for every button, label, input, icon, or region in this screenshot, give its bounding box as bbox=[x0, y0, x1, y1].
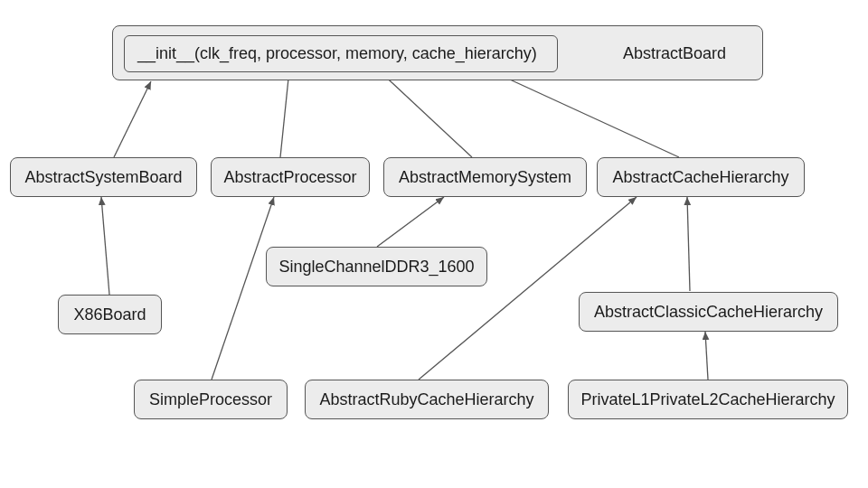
abstract-classic-cache-label: AbstractClassicCacheHierarchy bbox=[594, 303, 823, 322]
svg-line-7 bbox=[687, 197, 690, 291]
abstract-memory-system-node: AbstractMemorySystem bbox=[383, 157, 587, 197]
x86-board-node: X86Board bbox=[58, 295, 162, 334]
abstract-board-text: AbstractBoard bbox=[623, 44, 726, 62]
abstract-classic-cache-node: AbstractClassicCacheHierarchy bbox=[579, 292, 838, 332]
svg-line-8 bbox=[419, 197, 637, 380]
single-channel-ddr3-label: SingleChannelDDR3_1600 bbox=[278, 258, 474, 277]
private-l1-l2-cache-node: PrivateL1PrivateL2CacheHierarchy bbox=[568, 380, 848, 419]
simple-processor-label: SimpleProcessor bbox=[149, 390, 272, 409]
abstract-processor-label: AbstractProcessor bbox=[223, 168, 356, 187]
abstract-memory-system-label: AbstractMemorySystem bbox=[399, 168, 571, 187]
abstract-cache-hierarchy-node: AbstractCacheHierarchy bbox=[597, 157, 805, 197]
abstract-system-board-label: AbstractSystemBoard bbox=[24, 168, 182, 187]
svg-line-9 bbox=[705, 332, 708, 380]
svg-line-0 bbox=[114, 81, 151, 157]
single-channel-ddr3-node: SingleChannelDDR3_1600 bbox=[266, 247, 487, 286]
svg-line-1 bbox=[280, 70, 289, 157]
svg-line-6 bbox=[377, 197, 444, 247]
abstract-board-label: AbstractBoard bbox=[623, 44, 726, 63]
svg-line-5 bbox=[212, 197, 274, 380]
abstract-ruby-cache-label: AbstractRubyCacheHierarchy bbox=[319, 390, 533, 409]
svg-line-2 bbox=[378, 70, 472, 157]
init-method-label: __init__(clk_freq, processor, memory, ca… bbox=[137, 44, 537, 63]
private-l1-l2-cache-label: PrivateL1PrivateL2CacheHierarchy bbox=[580, 390, 835, 409]
abstract-cache-hierarchy-label: AbstractCacheHierarchy bbox=[612, 168, 788, 187]
abstract-board-box: __init__(clk_freq, processor, memory, ca… bbox=[112, 25, 763, 80]
simple-processor-node: SimpleProcessor bbox=[134, 380, 288, 419]
svg-line-3 bbox=[488, 70, 679, 157]
init-method-box: __init__(clk_freq, processor, memory, ca… bbox=[124, 35, 558, 72]
x86-board-label: X86Board bbox=[73, 305, 146, 324]
abstract-system-board-node: AbstractSystemBoard bbox=[10, 157, 197, 197]
abstract-ruby-cache-node: AbstractRubyCacheHierarchy bbox=[305, 380, 549, 419]
svg-line-4 bbox=[101, 197, 109, 295]
abstract-processor-node: AbstractProcessor bbox=[211, 157, 370, 197]
